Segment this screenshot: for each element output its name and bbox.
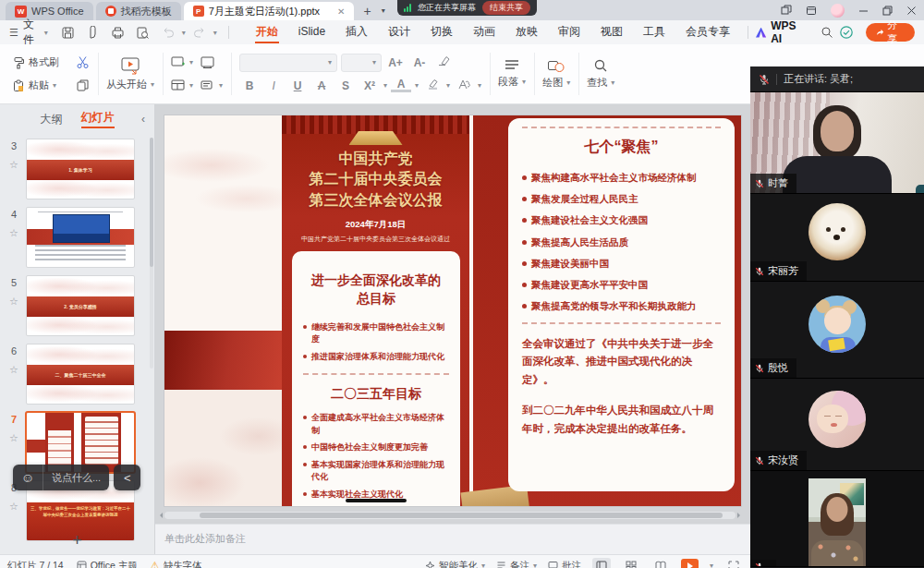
slide-size-button[interactable] (201, 53, 223, 73)
scroll-left-arrow[interactable] (157, 513, 163, 518)
beautify-button[interactable]: 智能美化 ▾ (425, 560, 485, 568)
add-slide-button[interactable]: + (0, 531, 154, 550)
restore-icon[interactable] (882, 6, 893, 16)
tab-review[interactable]: 审阅 (548, 20, 590, 44)
paste-button[interactable]: 粘贴 ▾ (12, 76, 59, 96)
slide-thumbnail-3[interactable]: 1. 集体学习 (26, 139, 135, 199)
play-options-chevron-icon[interactable]: ▾ (710, 562, 713, 568)
strikethrough-button[interactable]: A (311, 79, 332, 92)
close-tab-icon[interactable]: ✕ (337, 6, 345, 17)
highlight-button[interactable] (422, 79, 443, 92)
chat-collapse-button[interactable]: < (114, 465, 140, 490)
italic-button[interactable]: I (263, 79, 284, 92)
clear-format-button[interactable] (433, 55, 454, 69)
wps-ai-button[interactable]: WPS AI (756, 19, 805, 45)
redo-chevron-icon[interactable]: ▾ (213, 29, 217, 37)
participant-video-5[interactable] (750, 471, 924, 567)
scrollbar-thumb[interactable] (200, 513, 723, 518)
favorite-star-icon[interactable]: ☆ (6, 296, 21, 308)
print-button[interactable] (107, 23, 129, 42)
save-button[interactable] (57, 23, 79, 42)
find-button[interactable]: 查找 ▾ (587, 44, 614, 103)
tab-slideshow[interactable]: 放映 (505, 20, 548, 44)
slide-layout-button[interactable]: ▾ (171, 76, 193, 96)
undo-button[interactable] (157, 23, 179, 42)
favorite-star-icon[interactable]: ☆ (6, 364, 21, 376)
file-menu[interactable]: ☰ 文件 ▾ (9, 17, 48, 48)
tab-animation[interactable]: 动画 (463, 20, 505, 44)
new-slide-button[interactable]: ▾ (171, 53, 193, 73)
drawing-button[interactable]: 绘图 ▾ (542, 44, 570, 103)
participant-video-3[interactable]: 殷悦 (750, 282, 924, 379)
slide-canvas[interactable]: 中国共产党 第二十届中央委员会 第三次全体会议公报 2024年7月18日 中国共… (164, 115, 741, 506)
collapse-panel-icon[interactable]: ‹ (141, 113, 145, 126)
tab-view[interactable]: 视图 (590, 20, 633, 44)
theme-button[interactable]: Office 主题 (77, 560, 138, 568)
section-button[interactable]: ▾ (201, 76, 223, 96)
favorite-star-icon[interactable]: ☆ (6, 159, 21, 171)
notes-button[interactable]: 备注 ▾ (496, 560, 537, 568)
font-family-select[interactable]: ▾ (239, 54, 337, 72)
emoji-button[interactable]: ☺ (13, 465, 43, 490)
new-tab-button[interactable]: + (357, 2, 377, 20)
tab-home[interactable]: 开始 (246, 20, 288, 44)
participant-video-4[interactable]: 宋汝贤 (750, 379, 924, 471)
participant-video-1[interactable]: 时菁 (750, 92, 924, 194)
participant-video-2[interactable]: 宋丽芳 (750, 194, 924, 282)
tab-membership[interactable]: 会员专享 (675, 20, 740, 44)
format-painter-button[interactable]: 格式刷 (12, 53, 59, 73)
minimize-icon[interactable] (858, 6, 869, 16)
tab-design[interactable]: 设计 (378, 20, 420, 44)
cut-button[interactable] (76, 53, 90, 73)
favorite-star-icon[interactable]: ☆ (6, 432, 21, 444)
app-box-icon[interactable] (806, 5, 817, 16)
tab-transition[interactable]: 切换 (420, 20, 463, 44)
increase-font-button[interactable]: A+ (385, 56, 406, 69)
bold-button[interactable]: B (239, 79, 260, 92)
panel-scrollbar[interactable] (150, 138, 153, 369)
shadow-button[interactable]: S (335, 79, 356, 92)
underline-button[interactable]: U (287, 79, 308, 92)
upload-status-icon[interactable] (837, 23, 857, 42)
tab-list-chevron-icon[interactable]: ▾ (378, 2, 389, 20)
tab-islide[interactable]: iSlide (288, 20, 335, 44)
normal-view-button[interactable] (592, 558, 611, 568)
chat-input[interactable]: 说点什么... (43, 471, 109, 485)
tab-document[interactable]: P 7月主题党日活动(1).pptx ✕ (184, 2, 355, 20)
missing-font-warning[interactable]: ⚠ 缺失字体 (151, 560, 202, 568)
copy-button[interactable] (76, 76, 90, 96)
share-button[interactable]: 分享 (866, 23, 915, 42)
favorite-star-icon[interactable]: ☆ (6, 501, 21, 513)
tab-docer-templates[interactable]: 找稻壳模板 (96, 2, 181, 20)
tab-outline[interactable]: 大纲 (41, 112, 63, 127)
close-window-icon[interactable] (906, 6, 917, 16)
favorite-star-icon[interactable]: ☆ (6, 227, 21, 239)
print-preview-button[interactable] (132, 23, 154, 42)
horizontal-scrollbar[interactable] (164, 512, 736, 519)
tab-insert[interactable]: 插入 (335, 20, 378, 44)
tab-slides[interactable]: 幻灯片 (81, 110, 115, 128)
tab-tools[interactable]: 工具 (633, 20, 675, 44)
superscript-button[interactable]: X² (359, 79, 380, 92)
comments-button[interactable]: 批注 (548, 560, 581, 568)
account-avatar[interactable] (831, 4, 845, 18)
export-pdf-button[interactable] (82, 23, 104, 42)
scroll-right-arrow[interactable] (737, 513, 743, 518)
text-effects-button[interactable] (454, 79, 474, 93)
slide-thumbnail-4[interactable] (26, 207, 135, 268)
search-icon[interactable] (818, 23, 837, 42)
decrease-font-button[interactable]: A- (409, 56, 430, 69)
end-share-button[interactable]: 结束共享 (482, 1, 530, 15)
slideshow-play-button[interactable] (681, 559, 699, 568)
redo-button[interactable] (188, 23, 211, 42)
fullscreen-button[interactable] (724, 558, 743, 568)
reading-view-button[interactable] (651, 558, 670, 568)
slide-thumbnail-5[interactable]: 2. 党员分享感悟 (26, 275, 135, 336)
undo-chevron-icon[interactable]: ▾ (182, 29, 186, 37)
font-color-button[interactable]: A (391, 79, 411, 92)
windows-stack-icon[interactable] (781, 5, 792, 16)
slide-thumbnail-6[interactable]: 二、聚焦二十届三中全会 (26, 344, 135, 405)
speaker-notes-input[interactable]: 单击此处添加备注 (155, 524, 750, 554)
paragraph-button[interactable]: 段落 ▾ (498, 44, 526, 103)
font-size-select[interactable]: ▾ (341, 54, 382, 72)
